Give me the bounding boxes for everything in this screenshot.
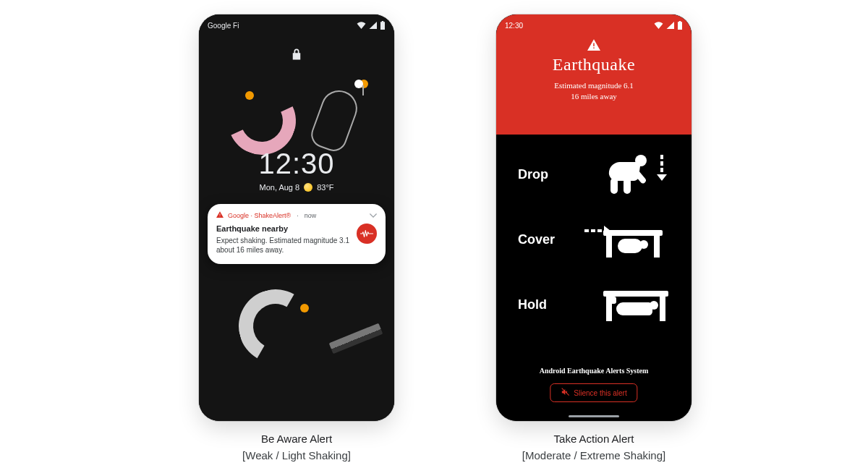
step-drop: Drop: [518, 152, 674, 197]
silence-label: Slience this alert: [574, 389, 626, 397]
notification-body: Expect shaking. Estimated magnitude 3.1 …: [216, 236, 349, 255]
seismic-wave-icon: [357, 224, 377, 244]
alert-triangle-icon: [216, 211, 224, 219]
gesture-nav-pill[interactable]: [569, 415, 619, 417]
step-cover: Cover: [518, 217, 674, 262]
lockscreen-clock: 12:30 Mon, Aug 8 83°F: [199, 148, 394, 193]
caption-left: Be Aware Alert [Weak / Light Shaking]: [199, 431, 394, 463]
notification-time: now: [305, 212, 317, 219]
cover-pictogram-icon: [582, 217, 674, 262]
step-label: Cover: [518, 232, 569, 247]
wifi-icon: [654, 22, 663, 29]
status-bar: Google Fi: [199, 14, 394, 33]
clock-temp: 83°F: [317, 183, 333, 192]
clock-date: Mon, Aug 8: [259, 183, 299, 192]
caption-subtitle: [Moderate / Extreme Shaking]: [496, 448, 692, 463]
cellular-icon: [666, 22, 674, 29]
battery-icon: [380, 21, 386, 30]
chevron-down-icon[interactable]: [370, 211, 377, 219]
drop-pictogram-icon: [582, 152, 674, 197]
earthquake-notification[interactable]: Google · ShakeAlert® · now Earthquake ne…: [208, 204, 386, 264]
hold-pictogram-icon: [582, 282, 674, 327]
lock-icon: [292, 48, 302, 64]
phone-take-action: 12:30 Earthquake: [496, 14, 692, 421]
notification-title: Earthquake nearby: [216, 224, 349, 234]
weather-icon: [304, 183, 312, 192]
alert-triangle-icon: [496, 39, 692, 51]
silence-alert-button[interactable]: Slience this alert: [550, 383, 637, 402]
battery-icon: [677, 21, 683, 30]
cellular-icon: [369, 22, 377, 29]
caption-title: Be Aware Alert: [199, 431, 394, 446]
alert-magnitude: Estimated magnitude 6.1: [554, 81, 634, 90]
take-action-screen: 12:30 Earthquake: [496, 14, 692, 421]
caption-subtitle: [Weak / Light Shaking]: [199, 448, 394, 463]
step-hold: Hold: [518, 282, 674, 327]
phone-be-aware: Google Fi 12:30: [199, 14, 394, 421]
clock-time: 12:30: [199, 148, 394, 180]
status-bar: 12:30: [496, 14, 692, 33]
carrier-label: Google Fi: [208, 22, 239, 30]
mute-icon: [561, 388, 569, 398]
step-label: Hold: [518, 297, 569, 312]
alert-title: Earthquake: [496, 55, 692, 75]
instruction-steps: Drop Cover Hold: [518, 152, 674, 327]
wifi-icon: [357, 22, 366, 29]
caption-right: Take Action Alert [Moderate / Extreme Sh…: [496, 431, 692, 463]
system-label: Android Earthquake Alerts System: [496, 367, 692, 375]
step-label: Drop: [518, 167, 569, 182]
status-time: 12:30: [505, 22, 523, 30]
notification-source: Google · ShakeAlert®: [228, 212, 291, 219]
lockscreen: Google Fi 12:30: [199, 14, 394, 421]
caption-title: Take Action Alert: [496, 431, 692, 446]
alert-distance: 16 miles away: [571, 92, 617, 101]
